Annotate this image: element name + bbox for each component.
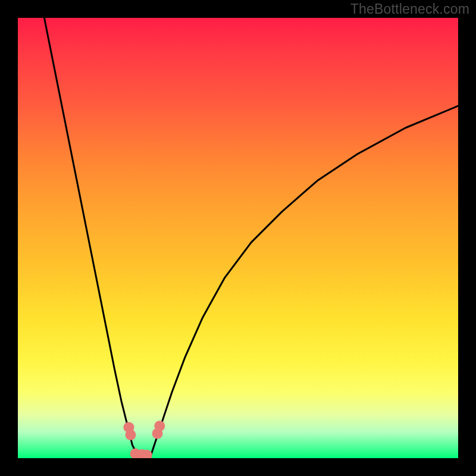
chart-area: [18, 18, 458, 458]
data-marker: [154, 421, 165, 431]
curve-path: [44, 18, 458, 458]
data-marker: [125, 430, 136, 440]
watermark-text: TheBottleneck.com: [350, 1, 469, 17]
bottleneck-curve: [18, 18, 458, 458]
